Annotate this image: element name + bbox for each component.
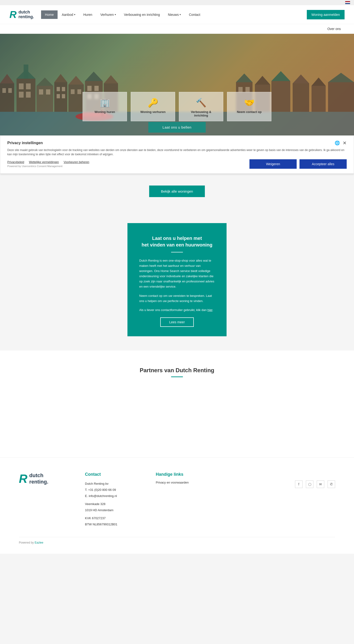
privacy-powered: Powered by Usercentrics Consent Manageme… <box>7 165 89 168</box>
svg-rect-11 <box>19 92 24 98</box>
main-nav: Home Aanbod Huren Verhuren Verbouwing en… <box>41 10 307 19</box>
svg-rect-45 <box>312 86 326 112</box>
svg-marker-42 <box>271 71 290 81</box>
sub-nav-over-ons[interactable]: Over ons <box>324 26 345 32</box>
hero-cards: 🏢 Woning huren 🔑 Woning verhuren 🔨 Verbo… <box>83 92 271 121</box>
footer-link-privacy[interactable]: Privacy en voorwaarden <box>156 481 203 484</box>
nav-aanbod[interactable]: Aanbod <box>58 10 79 19</box>
svg-rect-25 <box>71 89 75 94</box>
footer: R dutch renting. Contact Dutch Renting b… <box>0 458 354 554</box>
footer-contact-details: Dutch Renting bv T. +31 (0)20 800 66 09 … <box>85 481 137 528</box>
footer-logo-line2: renting. <box>29 479 48 485</box>
helpen-hier-link[interactable]: hier <box>207 308 212 312</box>
svg-rect-22 <box>62 94 65 98</box>
hero-card-woning-verhuren[interactable]: 🔑 Woning verhuren <box>131 92 175 121</box>
logo-icon: R <box>9 10 16 20</box>
svg-rect-7 <box>24 64 28 79</box>
nav-nieuws[interactable]: Nieuws <box>164 10 185 19</box>
footer-contact-title: Contact <box>85 472 137 477</box>
svg-rect-16 <box>46 89 50 94</box>
privacy-buttons: Weigeren Accepteer alles <box>249 159 347 169</box>
footer-kvk: KVK 67027237 <box>85 515 137 521</box>
footer-social: f ◯ ✉ ✆ <box>222 472 335 488</box>
privacy-link-1[interactable]: Wettelijke vermeldingen <box>29 160 59 164</box>
svg-rect-29 <box>87 86 92 91</box>
hero-card-woning-huren[interactable]: 🏢 Woning huren <box>83 92 127 121</box>
facebook-icon[interactable]: f <box>295 480 303 488</box>
svg-rect-26 <box>77 89 81 94</box>
footer-company: Dutch Renting bv <box>85 481 137 487</box>
nav-verbouwing[interactable]: Verbouwing en inrichting <box>120 10 164 19</box>
bekijk-alle-woningen-button[interactable]: Bekijk alle woningen <box>149 186 205 197</box>
weigeren-button[interactable]: Weigeren <box>249 159 297 169</box>
footer-logo-icon: R <box>19 472 27 486</box>
section-partners: Partners van Dutch Renting <box>0 350 354 458</box>
helpen-divider <box>171 252 183 252</box>
svg-rect-21 <box>57 94 60 98</box>
helpen-title-line1: Laat ons u helpen met <box>152 236 202 241</box>
svg-rect-20 <box>62 87 65 91</box>
language-flag[interactable] <box>345 1 350 4</box>
footer-links-list: Privacy en voorwaarden <box>156 481 203 484</box>
privacy-link-2[interactable]: Voorkeuren beheren <box>64 160 89 164</box>
svg-rect-17 <box>54 82 67 112</box>
instagram-icon[interactable]: ◯ <box>306 480 313 488</box>
nav-contact[interactable]: Contact <box>185 10 204 19</box>
sub-nav: Over ons <box>0 24 354 34</box>
svg-marker-24 <box>68 76 84 84</box>
logo[interactable]: R dutch renting. <box>9 10 34 20</box>
building-icon: 🏢 <box>88 98 122 108</box>
woning-aanmelden-button[interactable]: Woning aanmelden <box>307 10 345 20</box>
hero-card-verbouwing[interactable]: 🔨 Verbouwing & inrichting <box>179 92 223 121</box>
svg-marker-14 <box>37 78 53 86</box>
privacy-link-0[interactable]: Privacybeleid <box>7 160 24 164</box>
svg-rect-37 <box>238 87 243 92</box>
helpen-paragraph3-prefix: Als u liever ons contactformulier gebrui… <box>139 308 207 312</box>
hero-card-label-2: Verbouwing & inrichting <box>184 110 218 117</box>
svg-marker-36 <box>236 74 253 82</box>
privacy-banner-body: Deze site maakt gebruik van technologieë… <box>7 148 347 156</box>
section-bekijk: Bekijk alle woningen <box>0 174 354 209</box>
svg-rect-10 <box>26 84 31 89</box>
accepteer-button[interactable]: Accepteer alles <box>300 159 347 169</box>
svg-rect-1 <box>0 84 14 112</box>
nav-verhuren[interactable]: Verhuren <box>97 10 120 19</box>
nav-home[interactable]: Home <box>41 10 57 19</box>
hero-card-label-1: Woning verhuren <box>136 110 170 114</box>
svg-marker-46 <box>312 78 326 86</box>
hero-card-contact[interactable]: 🤝 Neem contact op <box>227 92 271 121</box>
globe-icon[interactable]: 🌐 <box>335 140 340 146</box>
privacy-banner-title: Privacy instellingen <box>7 141 43 145</box>
hero-cta-button[interactable]: Laat ons u bellen <box>149 122 206 132</box>
hero-section: 🏢 Woning huren 🔑 Woning verhuren 🔨 Verbo… <box>0 34 354 136</box>
close-icon[interactable]: ✕ <box>343 140 347 145</box>
helpen-title: Laat ons u helpen met het vinden van een… <box>139 235 215 248</box>
svg-rect-3 <box>2 88 6 93</box>
nav-huren[interactable]: Huren <box>80 10 96 19</box>
helpen-paragraph3: Als u liever ons contactformulier gebrui… <box>139 308 215 313</box>
handshake-icon: 🤝 <box>232 98 266 108</box>
svg-rect-15 <box>39 89 43 94</box>
svg-rect-30 <box>94 86 99 91</box>
whatsapp-icon[interactable]: ✆ <box>328 480 335 488</box>
helpen-paragraph1: Dutch Renting is een one-stop-shop voor … <box>139 258 215 290</box>
footer-btw: BTW NL856799312B01 <box>85 521 137 528</box>
lees-meer-button[interactable]: Lees meer <box>160 318 194 327</box>
footer-kvk-btw: KVK 67027237 BTW NL856799312B01 <box>85 515 137 528</box>
partners-divider <box>171 376 183 377</box>
email-icon[interactable]: ✉ <box>317 480 324 488</box>
logo-text: dutch renting. <box>18 10 34 20</box>
hero-card-label-3: Neem contact op <box>232 110 266 114</box>
header: R dutch renting. Home Aanbod Huren Verhu… <box>0 5 354 24</box>
top-bar <box>0 0 354 5</box>
svg-marker-18 <box>54 74 67 82</box>
footer-phone: T. +31 (0)20 800 66 09 <box>85 487 137 493</box>
svg-marker-44 <box>293 74 309 84</box>
eazlee-link[interactable]: Eazlee <box>35 541 43 544</box>
hero-cta-row: Laat ons u bellen <box>149 122 206 132</box>
privacy-banner-icons: 🌐 ✕ <box>335 140 347 146</box>
svg-rect-4 <box>8 88 12 93</box>
svg-rect-41 <box>271 81 290 112</box>
svg-rect-19 <box>57 87 60 91</box>
privacy-banner-header: Privacy instellingen 🌐 ✕ <box>7 140 347 146</box>
